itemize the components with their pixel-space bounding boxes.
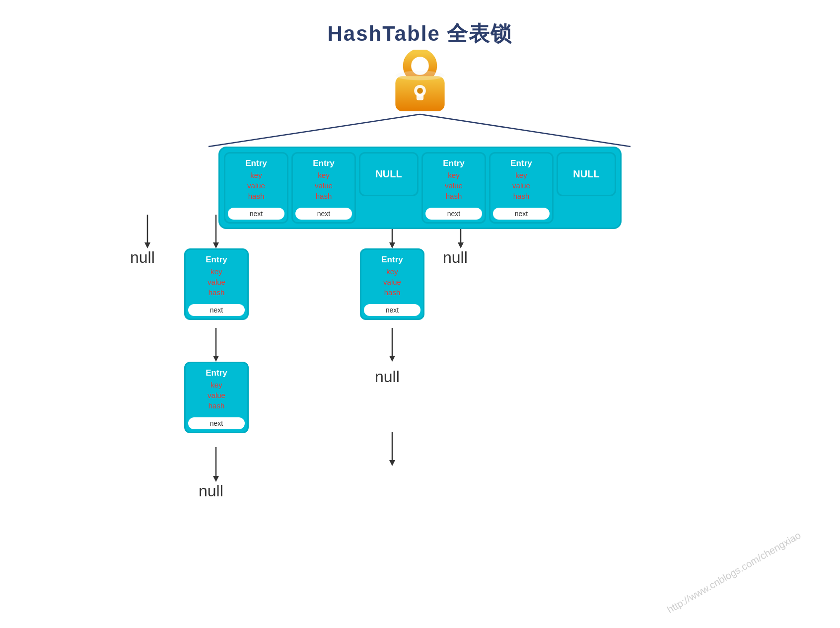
page-title: HashTable 全表锁 bbox=[0, 0, 840, 48]
top-row: Entry keyvaluehash next Entry keyvalueha… bbox=[218, 147, 622, 229]
svg-marker-9 bbox=[144, 242, 150, 248]
svg-marker-17 bbox=[213, 356, 219, 362]
svg-marker-21 bbox=[389, 356, 395, 362]
null-cell-1: NULL bbox=[557, 152, 616, 196]
entry-fields-3: keyvaluehash bbox=[445, 170, 463, 201]
chain1-entry1: Entry keyvaluehash next bbox=[184, 248, 249, 320]
watermark: http://www.cnblogs.com/chengxiao bbox=[665, 530, 803, 616]
chain1-entry1-fields: keyvaluehash bbox=[208, 266, 225, 298]
chain1-entry2-label: Entry bbox=[206, 368, 227, 378]
null-label-chain1: null bbox=[199, 482, 223, 500]
null-label-chain2: null bbox=[375, 368, 400, 386]
entry-next-0: next bbox=[228, 208, 284, 220]
chain2-entry1: Entry keyvaluehash next bbox=[360, 248, 424, 320]
entry-next-3: next bbox=[425, 208, 482, 220]
svg-point-5 bbox=[417, 88, 423, 94]
svg-marker-13 bbox=[389, 242, 395, 248]
chain2-entry1-fields: keyvaluehash bbox=[383, 266, 401, 298]
chain1-entry2-next: next bbox=[188, 417, 245, 429]
entry-next-4: next bbox=[493, 208, 550, 220]
svg-marker-23 bbox=[389, 460, 395, 466]
chain1-entry1-label: Entry bbox=[206, 255, 227, 265]
svg-marker-15 bbox=[458, 242, 464, 248]
lock-icon bbox=[388, 50, 452, 114]
entry-fields-1: keyvaluehash bbox=[315, 170, 333, 201]
chain1-entry2-fields: keyvaluehash bbox=[208, 380, 225, 411]
null-label-0: null bbox=[130, 248, 155, 267]
entry-cell-4: Entry keyvaluehash next bbox=[489, 152, 554, 224]
chain2-entry1-label: Entry bbox=[381, 255, 403, 265]
svg-point-2 bbox=[395, 71, 444, 80]
null-label-3: null bbox=[443, 248, 468, 267]
chain1-entry2: Entry keyvaluehash next bbox=[184, 362, 249, 433]
entry-cell-1: Entry keyvaluehash next bbox=[291, 152, 356, 224]
entry-label-4: Entry bbox=[510, 158, 532, 168]
entry-label-3: Entry bbox=[443, 158, 464, 168]
svg-marker-19 bbox=[213, 476, 219, 482]
entry-cell-3: Entry keyvaluehash next bbox=[421, 152, 486, 224]
chain1-entry1-next: next bbox=[188, 304, 245, 316]
null-cell-0: NULL bbox=[359, 152, 419, 196]
entry-next-1: next bbox=[295, 208, 352, 220]
svg-marker-11 bbox=[213, 242, 219, 248]
entry-label-1: Entry bbox=[313, 158, 334, 168]
entry-cell-0: Entry keyvaluehash next bbox=[224, 152, 288, 224]
chain2-entry1-next: next bbox=[364, 304, 420, 316]
svg-line-7 bbox=[420, 114, 630, 147]
entry-fields-0: keyvaluehash bbox=[247, 170, 265, 201]
entry-label-0: Entry bbox=[245, 158, 267, 168]
entry-fields-4: keyvaluehash bbox=[512, 170, 530, 201]
svg-line-6 bbox=[209, 114, 420, 147]
